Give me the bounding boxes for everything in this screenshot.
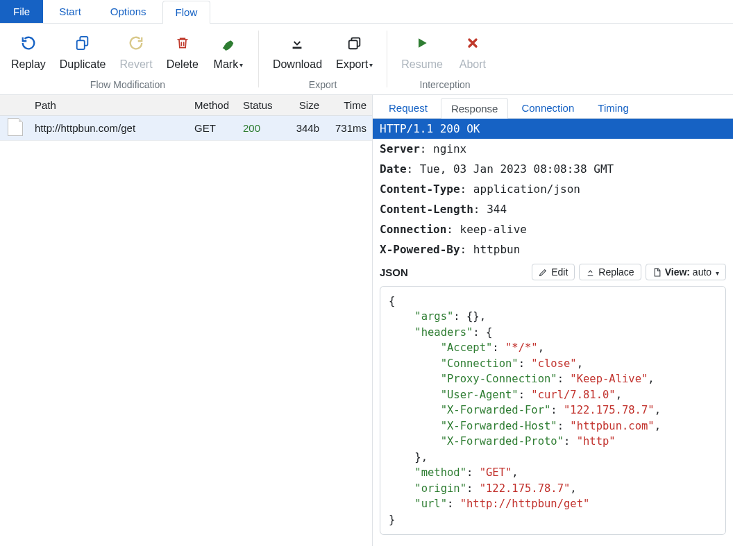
abort-button[interactable]: Abort xyxy=(450,26,496,75)
json-token: "Connection" xyxy=(441,357,519,370)
json-token: "Keep-Alive" xyxy=(570,373,648,385)
json-token: , xyxy=(616,389,622,401)
svg-rect-4 xyxy=(348,40,357,49)
col-path[interactable]: Path xyxy=(31,96,190,114)
response-header: Connection: keep-alive xyxy=(373,219,733,239)
json-token: "User-Agent" xyxy=(441,389,519,401)
replay-button[interactable]: Replay xyxy=(4,26,53,75)
abort-label: Abort xyxy=(460,58,486,71)
response-body: HTTP/1.1 200 OK Server: nginxDate: Tue, … xyxy=(373,119,733,543)
header-value: Tue, 03 Jan 2023 08:08:38 GMT xyxy=(420,162,614,176)
menu-options[interactable]: Options xyxy=(97,0,160,23)
col-icon xyxy=(0,103,31,108)
svg-rect-1 xyxy=(77,40,85,49)
col-time[interactable]: Time xyxy=(323,96,372,114)
caret-down-icon: ▾ xyxy=(239,61,243,69)
svg-rect-2 xyxy=(293,47,302,49)
detail-tabs: Request Response Connection Timing xyxy=(373,95,733,119)
response-header: X-Powered-By: httpbun xyxy=(373,239,733,260)
header-value: keep-alive xyxy=(460,223,527,236)
flow-file-icon xyxy=(0,115,31,141)
col-status[interactable]: Status xyxy=(239,96,280,114)
response-json[interactable]: { "args": {}, "headers": { "Accept": "*/… xyxy=(380,286,726,535)
header-sep: : xyxy=(407,162,420,176)
json-token: } xyxy=(389,514,395,526)
svg-rect-5 xyxy=(588,275,593,275)
edit-button[interactable]: Edit xyxy=(532,264,575,280)
col-method[interactable]: Method xyxy=(190,96,239,114)
abort-icon xyxy=(466,33,480,53)
json-token: , xyxy=(538,341,544,354)
duplicate-button[interactable]: Duplicate xyxy=(53,26,113,75)
json-token: "122.175.78.7" xyxy=(564,404,655,416)
json-token: : xyxy=(564,435,577,448)
json-token: } xyxy=(414,451,421,464)
json-token: "http://httpbun/get" xyxy=(460,498,590,510)
toolgroup-caption-interception: Interception xyxy=(394,75,496,94)
header-name: X-Powered-By xyxy=(380,243,460,256)
json-token: : xyxy=(557,420,571,432)
header-name: Content-Length xyxy=(380,203,473,216)
response-status-line: HTTP/1.1 200 OK xyxy=(373,119,733,139)
tab-response[interactable]: Response xyxy=(441,98,509,119)
export-label: Export▾ xyxy=(336,58,373,71)
mark-button[interactable]: Mark▾ xyxy=(205,26,251,75)
flow-size: 344b xyxy=(280,119,323,137)
resume-button[interactable]: Resume xyxy=(394,26,450,75)
file-icon xyxy=(652,268,662,277)
json-token: "GET" xyxy=(480,466,512,479)
toolgroup-flow-modification: Replay Duplicate Revert Delete xyxy=(0,24,255,94)
flow-row[interactable]: http://httpbun.com/get GET 200 344b 731m… xyxy=(0,116,372,141)
response-header: Server: nginx xyxy=(373,139,733,159)
json-token: "url" xyxy=(414,498,447,510)
json-token: , xyxy=(655,404,661,416)
header-sep: : xyxy=(460,243,473,256)
download-button[interactable]: Download xyxy=(266,26,329,75)
caret-down-icon: ▾ xyxy=(369,61,373,69)
menu-flow[interactable]: Flow xyxy=(162,1,211,24)
response-header: Content-Length: 344 xyxy=(373,199,733,219)
view-mode-button[interactable]: View: auto ▾ xyxy=(646,264,726,280)
header-name: Date xyxy=(380,162,407,176)
delete-icon xyxy=(176,33,189,53)
export-button[interactable]: Export▾ xyxy=(329,26,380,75)
upload-icon xyxy=(586,268,595,277)
main-split: Path Method Status Size Time http://http… xyxy=(0,94,733,546)
download-icon xyxy=(289,33,305,53)
col-size[interactable]: Size xyxy=(280,96,323,114)
tab-request[interactable]: Request xyxy=(378,97,438,118)
delete-button[interactable]: Delete xyxy=(160,26,205,75)
revert-button[interactable]: Revert xyxy=(113,26,160,75)
duplicate-label: Duplicate xyxy=(60,58,106,71)
menu-file[interactable]: File xyxy=(0,0,43,23)
header-name: Content-Type xyxy=(380,183,460,196)
json-token: {} xyxy=(466,310,480,323)
download-label: Download xyxy=(273,58,322,71)
json-token: "http" xyxy=(577,435,616,448)
json-token: : xyxy=(550,404,564,416)
detail-panel: Request Response Connection Timing HTTP/… xyxy=(372,95,733,546)
tab-connection[interactable]: Connection xyxy=(511,97,584,118)
json-token: "*/*" xyxy=(505,341,538,354)
tab-timing[interactable]: Timing xyxy=(587,97,639,118)
header-sep: : xyxy=(460,183,473,196)
json-token: "X-Forwarded-For" xyxy=(441,404,551,416)
flow-method: GET xyxy=(190,119,239,137)
json-token: { xyxy=(486,326,492,339)
delete-label: Delete xyxy=(167,58,199,71)
replace-button[interactable]: Replace xyxy=(579,264,641,280)
flow-list-panel: Path Method Status Size Time http://http… xyxy=(0,95,372,546)
menubar: File Start Options Flow xyxy=(0,0,733,24)
json-token: { xyxy=(389,295,395,307)
menu-start[interactable]: Start xyxy=(46,0,94,23)
pencil-icon xyxy=(539,268,548,277)
resume-label: Resume xyxy=(401,58,443,71)
header-name: Server xyxy=(380,142,420,155)
header-sep: : xyxy=(420,142,433,155)
header-value: 344 xyxy=(487,203,507,216)
json-token: , xyxy=(421,451,428,464)
flow-time: 731ms xyxy=(323,119,372,137)
json-token: "httpbun.com" xyxy=(570,420,654,432)
header-name: Connection xyxy=(380,223,446,236)
response-header: Content-Type: application/json xyxy=(373,179,733,199)
